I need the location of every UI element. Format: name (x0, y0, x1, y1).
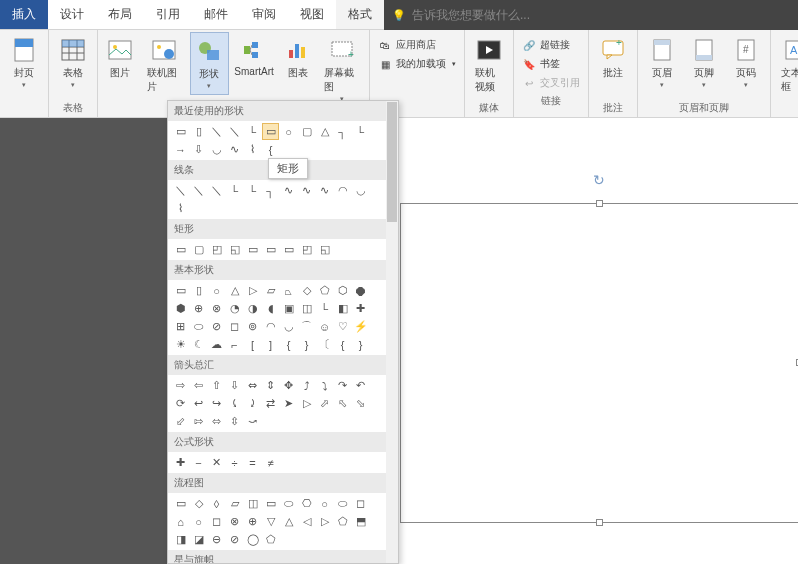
shape-rect-3[interactable]: ◰ (208, 241, 225, 258)
shape-f-4[interactable]: ▱ (226, 495, 243, 512)
shape-rect-7[interactable]: ▭ (280, 241, 297, 258)
tab-view[interactable]: 视图 (288, 0, 336, 29)
my-addins-button[interactable]: ▦ 我的加载项 ▾ (374, 55, 460, 73)
shape-b-22[interactable]: ✚ (352, 300, 369, 317)
shape-rect-2[interactable]: ▢ (190, 241, 207, 258)
shape-elbow[interactable]: ┐ (334, 123, 351, 140)
shape-b-38[interactable]: [ (244, 336, 261, 353)
page-number-button[interactable]: # 页码 ▾ (726, 32, 766, 93)
shape-b-21[interactable]: ◧ (334, 300, 351, 317)
shape-a-1[interactable]: ⇨ (172, 377, 189, 394)
footer-button[interactable]: 页脚 ▾ (684, 32, 724, 93)
selected-rectangle-shape[interactable]: ↻ (400, 203, 798, 523)
shape-line-4[interactable]: └ (226, 182, 243, 199)
shape-a-21[interactable]: ⬁ (334, 395, 351, 412)
shape-f-6[interactable]: ▭ (262, 495, 279, 512)
screenshot-button[interactable]: + 屏幕截图 ▾ (318, 32, 365, 107)
shape-textbox-v[interactable]: ▯ (190, 123, 207, 140)
shape-a-20[interactable]: ⬀ (316, 395, 333, 412)
shape-a-5[interactable]: ⇔ (244, 377, 261, 394)
shape-b-11[interactable]: ⯃ (352, 282, 369, 299)
textbox-button[interactable]: A 文本框 (775, 32, 798, 98)
shape-e-4[interactable]: ÷ (226, 454, 243, 471)
shape-f-1[interactable]: ▭ (172, 495, 189, 512)
shape-line-9[interactable]: ∿ (316, 182, 333, 199)
shape-a-6[interactable]: ⇕ (262, 377, 279, 394)
shape-b-15[interactable]: ◔ (226, 300, 243, 317)
tell-me-search[interactable]: 💡 告诉我您想要做什么... (384, 0, 798, 30)
shape-a-11[interactable]: ↶ (352, 377, 369, 394)
shape-a-16[interactable]: ⤸ (244, 395, 261, 412)
shape-a-26[interactable]: ⇳ (226, 413, 243, 430)
shape-f-20[interactable]: ▷ (316, 513, 333, 530)
shape-b-8[interactable]: ◇ (298, 282, 315, 299)
tab-mailings[interactable]: 邮件 (192, 0, 240, 29)
shape-b-13[interactable]: ⊕ (190, 300, 207, 317)
shape-roundrect[interactable]: ▢ (298, 123, 315, 140)
tab-insert[interactable]: 插入 (0, 0, 48, 29)
shape-f-18[interactable]: △ (280, 513, 297, 530)
shape-b-39[interactable]: ] (262, 336, 279, 353)
shape-a-9[interactable]: ⤵ (316, 377, 333, 394)
shape-a-2[interactable]: ⇦ (190, 377, 207, 394)
shape-a-13[interactable]: ↩ (190, 395, 207, 412)
shape-oval[interactable]: ○ (280, 123, 297, 140)
shape-line-12[interactable]: ⌇ (172, 200, 189, 217)
shape-b-10[interactable]: ⬡ (334, 282, 351, 299)
shape-arc[interactable]: ◡ (208, 141, 225, 158)
chart-button[interactable]: 图表 (279, 32, 316, 84)
shape-f-3[interactable]: ◊ (208, 495, 225, 512)
shape-f-11[interactable]: ◻ (352, 495, 369, 512)
shape-line-7[interactable]: ∿ (280, 182, 297, 199)
shape-f-16[interactable]: ⊕ (244, 513, 261, 530)
scrollbar-thumb[interactable] (387, 102, 397, 222)
shape-f-13[interactable]: ○ (190, 513, 207, 530)
shape-b-41[interactable]: } (298, 336, 315, 353)
shape-f-15[interactable]: ⊗ (226, 513, 243, 530)
shape-line-3[interactable]: ＼ (208, 182, 225, 199)
resize-handle-bottom[interactable] (596, 519, 603, 526)
tab-design[interactable]: 设计 (48, 0, 96, 29)
shape-e-5[interactable]: = (244, 454, 261, 471)
shape-rect-9[interactable]: ◱ (316, 241, 333, 258)
shape-line-10[interactable]: ◠ (334, 182, 351, 199)
shape-line[interactable]: ＼ (208, 123, 225, 140)
shape-b-7[interactable]: ⏢ (280, 282, 297, 299)
shape-a-14[interactable]: ↪ (208, 395, 225, 412)
shape-line2[interactable]: ＼ (226, 123, 243, 140)
shape-a-23[interactable]: ⬃ (172, 413, 189, 430)
shape-e-1[interactable]: ✚ (172, 454, 189, 471)
shape-a-10[interactable]: ↷ (334, 377, 351, 394)
shape-freeform[interactable]: ⌇ (244, 141, 261, 158)
shape-a-7[interactable]: ✥ (280, 377, 297, 394)
shape-b-23[interactable]: ⊞ (172, 318, 189, 335)
shape-f-14[interactable]: ◻ (208, 513, 225, 530)
shape-b-26[interactable]: ◻ (226, 318, 243, 335)
shape-line-11[interactable]: ◡ (352, 182, 369, 199)
shape-b-1[interactable]: ▭ (172, 282, 189, 299)
shape-f-2[interactable]: ◇ (190, 495, 207, 512)
shape-b-43[interactable]: { (334, 336, 351, 353)
shape-b-9[interactable]: ⬠ (316, 282, 333, 299)
hyperlink-button[interactable]: 🔗 超链接 (518, 36, 584, 54)
shape-line-8[interactable]: ∿ (298, 182, 315, 199)
shapes-button[interactable]: 形状 ▾ (190, 32, 229, 95)
shape-rect-1[interactable]: ▭ (172, 241, 189, 258)
shape-a-4[interactable]: ⇩ (226, 377, 243, 394)
tab-layout[interactable]: 布局 (96, 0, 144, 29)
pictures-button[interactable]: 图片 (102, 32, 139, 84)
shape-textbox[interactable]: ▭ (172, 123, 189, 140)
shape-a-15[interactable]: ⤹ (226, 395, 243, 412)
shape-e-3[interactable]: ✕ (208, 454, 225, 471)
shape-b-17[interactable]: ◖ (262, 300, 279, 317)
shape-b-29[interactable]: ◡ (280, 318, 297, 335)
shape-curve[interactable]: ∿ (226, 141, 243, 158)
shape-f-12[interactable]: ⌂ (172, 513, 189, 530)
cover-page-button[interactable]: 封页 ▾ (4, 32, 44, 93)
shape-brace[interactable]: { (262, 141, 279, 158)
shape-e-2[interactable]: − (190, 454, 207, 471)
shape-rectangle[interactable]: ▭ (262, 123, 279, 140)
shape-b-31[interactable]: ☺ (316, 318, 333, 335)
crossref-button[interactable]: ↩ 交叉引用 (518, 74, 584, 92)
shape-b-28[interactable]: ◠ (262, 318, 279, 335)
